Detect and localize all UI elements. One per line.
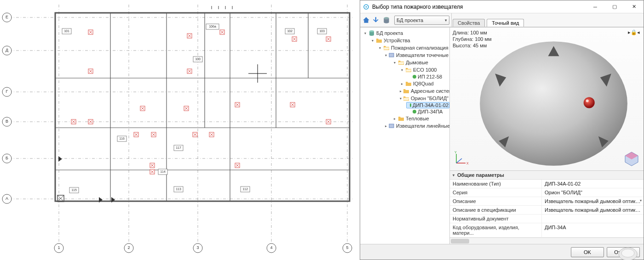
svg-marker-70 [58, 156, 62, 162]
prop-section-general[interactable]: ▾ Общие параметры [450, 171, 644, 180]
svg-text:115: 115 [71, 188, 77, 192]
svg-text:3: 3 [196, 245, 199, 250]
svg-text:112: 112 [242, 187, 248, 191]
inner-walls [55, 6, 350, 201]
database-icon[interactable] [382, 16, 391, 24]
svg-text:116: 116 [119, 137, 125, 140]
expand-icon[interactable] [363, 31, 367, 35]
expand-icon[interactable] [385, 124, 387, 128]
svg-text:Д: Д [6, 48, 8, 52]
viewer-3d[interactable]: Длина: 100 мм Глубина: 100 мм Высота: 45… [450, 28, 644, 170]
tree-iq8quad[interactable]: IQ8Quad [399, 80, 449, 87]
prop-label: Код оборудования, изделия, матери... [450, 223, 542, 237]
tree-label: Орион "БОЛИД" [411, 96, 448, 101]
prop-row-series[interactable]: Серия Орион "БОЛИД" [450, 188, 644, 197]
tree-label: ECO 1000 [413, 67, 437, 73]
tree-pane[interactable]: БД проекта Устройства [360, 28, 450, 244]
svg-text:1: 1 [58, 245, 60, 250]
tree-eco1000[interactable]: ECO 1000 [399, 66, 449, 73]
expand-icon[interactable] [370, 39, 374, 43]
prop-row-code[interactable]: Код оборудования, изделия, матери... ДИП… [450, 223, 644, 237]
minimize-button[interactable]: ─ [586, 0, 605, 13]
svg-point-99 [366, 6, 367, 7]
maximize-button[interactable]: ▢ [605, 0, 624, 13]
titlebar[interactable]: Выбор типа пожарного извещателя ─ ▢ ✕ [360, 0, 644, 13]
expand-icon[interactable] [392, 117, 397, 121]
svg-text:X: X [466, 162, 469, 165]
tree-label: IQ8Quad [413, 81, 434, 86]
db-combo-label: БД проекта [397, 17, 423, 23]
tab-3dview[interactable]: Точный вид [487, 19, 524, 27]
prop-value[interactable]: Извещатель пожарный дымовой оптико-элект [542, 206, 644, 214]
tree-fire[interactable]: Пожарная сигнализация [377, 44, 449, 51]
tree-label: Дымовые [406, 60, 428, 65]
svg-rect-102 [389, 53, 394, 57]
collapse-icon[interactable]: ▾ [453, 173, 454, 177]
folder-open-icon [403, 95, 409, 102]
svg-text:101: 101 [64, 29, 69, 33]
axis-gizmo[interactable]: X Y [453, 150, 469, 167]
col-bubbles: 1 2 3 4 5 [54, 243, 352, 253]
direction-arrows [58, 156, 115, 203]
led-indicator [584, 97, 595, 108]
expand-icon[interactable] [400, 89, 402, 93]
detector-dome [480, 41, 627, 166]
tree-dip34pa[interactable]: ДИП-34ПА [406, 108, 449, 115]
svg-text:5: 5 [346, 245, 348, 250]
prop-label: Нормативный документ [450, 215, 542, 223]
prop-row-norm[interactable]: Нормативный документ [450, 215, 644, 223]
prop-row-desc[interactable]: Описание Извещатель пожарный дымовой опт… [450, 197, 644, 206]
prop-value[interactable]: ДИП-34А [542, 223, 644, 237]
prop-row-spec[interactable]: Описание в спецификации Извещатель пожар… [450, 206, 644, 215]
expand-icon[interactable] [400, 96, 402, 101]
folder-open-icon [405, 67, 412, 73]
tree-addr[interactable]: Адресные системы [399, 87, 449, 95]
horizontal-scrollbar[interactable] [450, 237, 644, 244]
nav-cube[interactable] [623, 150, 640, 167]
tree-linear[interactable]: Извещатели линейные [384, 122, 449, 130]
tree-label: Извещатели линейные [396, 123, 450, 129]
prop-value[interactable]: Орион "БОЛИД" [542, 188, 644, 197]
row-bubbles: Е Д Г В Б А [2, 13, 12, 203]
close-button[interactable]: ✕ [624, 0, 644, 13]
prop-row-name[interactable]: Наименование (Тип) ДИП-34А-01-02 [450, 180, 644, 188]
prop-value[interactable] [542, 215, 644, 223]
expand-icon[interactable] [392, 61, 397, 65]
svg-text:100: 100 [195, 57, 201, 61]
expand-icon[interactable] [400, 82, 404, 86]
tree-label: Адресные системы [411, 88, 450, 94]
tree-point-detectors[interactable]: Извещатели точечные [384, 51, 449, 59]
grid-horizontal [9, 17, 354, 199]
tree-ip212[interactable]: ИП 212-58 [406, 73, 449, 80]
db-combo[interactable]: БД проекта [394, 16, 449, 25]
prop-label: Наименование (Тип) [450, 180, 542, 188]
svg-text:В: В [6, 119, 8, 124]
tree-heat[interactable]: Тепловые [391, 115, 449, 122]
folder-icon [398, 115, 404, 122]
svg-text:Б: Б [6, 156, 8, 160]
tree-root[interactable]: БД проекта [362, 29, 449, 37]
tree-devices[interactable]: Устройства [369, 37, 449, 44]
tree-dip34a[interactable]: ДИП-34А-01-02 [406, 102, 449, 108]
tab-properties[interactable]: Свойства [453, 19, 485, 27]
svg-text:4: 4 [270, 245, 272, 250]
svg-text:102: 102 [287, 29, 293, 33]
home-icon[interactable] [362, 16, 370, 24]
tree-label: ДИП-34А-01-02 [413, 102, 448, 108]
download-icon[interactable] [372, 16, 380, 24]
tree-orion[interactable]: Орион "БОЛИД" [399, 95, 449, 102]
svg-text:106а: 106а [209, 25, 216, 28]
prop-value[interactable]: ДИП-34А-01-02 [542, 180, 644, 188]
ok-button[interactable]: OK [571, 247, 604, 257]
expand-icon[interactable] [385, 53, 387, 57]
app-icon [363, 4, 369, 10]
svg-text:103: 103 [319, 29, 325, 33]
dialog-footer: OK Отмена [360, 244, 644, 260]
floorplan-canvas[interactable]: 101 102 103 100 106а 115 116 117 113 112… [0, 0, 359, 260]
expand-icon[interactable] [400, 68, 404, 72]
tree-smoke[interactable]: Дымовые [391, 59, 449, 66]
prop-value[interactable]: Извещатель пожарный дымовой оптико-эл [542, 197, 644, 205]
svg-text:114: 114 [160, 170, 166, 173]
expand-icon[interactable] [378, 46, 382, 50]
folder-icon [376, 37, 382, 44]
